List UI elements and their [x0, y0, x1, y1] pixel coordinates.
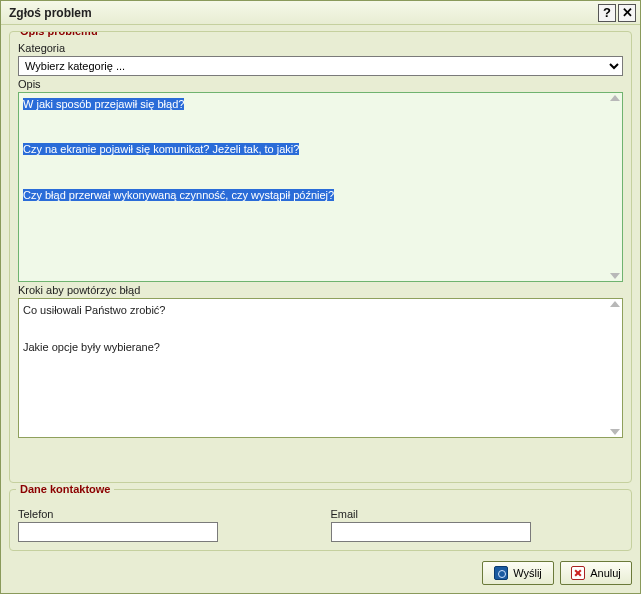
phone-label: Telefon: [18, 508, 311, 520]
steps-textarea[interactable]: Co usiłowali Państwo zrobić? Jakie opcje…: [18, 298, 623, 438]
email-label: Email: [331, 508, 624, 520]
cancel-button-label: Anuluj: [590, 567, 621, 579]
email-input[interactable]: [331, 522, 531, 542]
send-button[interactable]: Wyślij: [482, 561, 554, 585]
problem-description-group: Opis problemu Kategoria Wybierz kategori…: [9, 31, 632, 483]
steps-line: Jakie opcje były wybierane?: [23, 340, 604, 355]
scroll-up-icon[interactable]: [610, 95, 620, 101]
cancel-button[interactable]: Anuluj: [560, 561, 632, 585]
description-label: Opis: [18, 78, 623, 90]
description-line: Czy błąd przerwał wykonywaną czynność, c…: [23, 189, 334, 201]
close-button[interactable]: ✕: [618, 4, 636, 22]
contact-data-group: Dane kontaktowe Telefon Email: [9, 489, 632, 551]
send-button-label: Wyślij: [513, 567, 542, 579]
steps-line: Co usiłowali Państwo zrobić?: [23, 303, 604, 318]
dialog-buttons: Wyślij Anuluj: [9, 557, 632, 585]
phone-input[interactable]: [18, 522, 218, 542]
description-textarea[interactable]: W jaki sposób przejawił się błąd? Czy na…: [18, 92, 623, 282]
send-icon: [494, 566, 508, 580]
scroll-down-icon[interactable]: [610, 273, 620, 279]
category-label: Kategoria: [18, 42, 623, 54]
description-line: Czy na ekranie pojawił się komunikat? Je…: [23, 143, 299, 155]
description-line: W jaki sposób przejawił się błąd?: [23, 98, 184, 110]
scroll-down-icon[interactable]: [610, 429, 620, 435]
contact-data-legend: Dane kontaktowe: [16, 483, 114, 495]
category-select[interactable]: Wybierz kategorię ...: [18, 56, 623, 76]
report-problem-dialog: Zgłoś problem ? ✕ Opis problemu Kategori…: [0, 0, 641, 594]
description-content: W jaki sposób przejawił się błąd? Czy na…: [19, 93, 622, 281]
titlebar: Zgłoś problem ? ✕: [1, 1, 640, 25]
cancel-icon: [571, 566, 585, 580]
steps-label: Kroki aby powtórzyc błąd: [18, 284, 623, 296]
scroll-up-icon[interactable]: [610, 301, 620, 307]
steps-content: Co usiłowali Państwo zrobić? Jakie opcje…: [19, 299, 622, 437]
dialog-content: Opis problemu Kategoria Wybierz kategori…: [1, 25, 640, 593]
problem-description-legend: Opis problemu: [16, 31, 621, 37]
window-title: Zgłoś problem: [9, 6, 596, 20]
help-button[interactable]: ?: [598, 4, 616, 22]
